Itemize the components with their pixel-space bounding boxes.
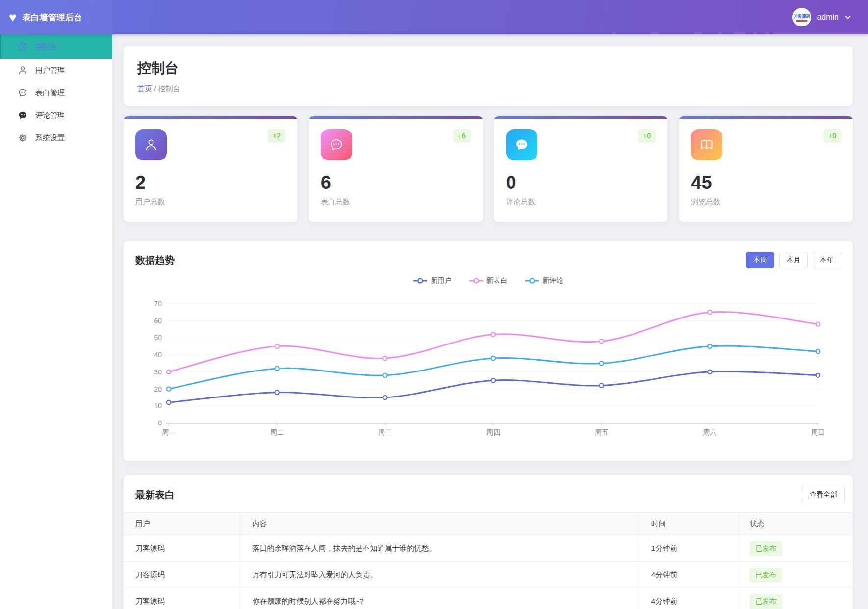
svg-text:10: 10 — [154, 402, 162, 410]
legend-item-new-users[interactable]: 新用户 — [413, 276, 452, 285]
stat-card-comments: +0 0 评论总数 — [494, 116, 668, 222]
chat-outline-icon — [18, 88, 27, 98]
svg-text:30: 30 — [154, 368, 162, 376]
chevron-down-icon — [844, 14, 851, 21]
view-all-button[interactable]: 查看全部 — [802, 486, 845, 503]
svg-text:周日: 周日 — [811, 428, 825, 436]
cell-content: 落日的余晖洒落在人间，抹去的是不知道属于谁的忧愁。 — [240, 535, 639, 562]
latest-confessions-card: 最新表白 查看全部 用户 内容 时间 状态 刀客源码 落日的余晖洒落在人间，抹去… — [124, 475, 853, 609]
gear-icon — [18, 133, 27, 143]
status-badge: 已发布 — [750, 594, 782, 609]
legend-marker — [469, 278, 483, 284]
legend-marker — [525, 278, 539, 284]
stat-delta-badge: +0 — [823, 129, 841, 143]
user-icon — [135, 129, 167, 160]
user-menu[interactable]: 刀客源码 admin — [792, 8, 868, 26]
sidebar-item-settings[interactable]: 系统设置 — [0, 127, 112, 149]
breadcrumb-home-link[interactable]: 首页 — [137, 84, 152, 93]
table-row[interactable]: 刀客源码 万有引力可无法对坠入爱河的人负责。 4分钟前 已发布 — [124, 562, 853, 588]
admin-dashboard: ♥ 表白墙管理后台 刀客源码 admin 控制台 — [0, 0, 868, 609]
cell-status: 已发布 — [738, 588, 853, 609]
svg-text:60: 60 — [154, 317, 162, 325]
stat-delta-badge: +6 — [453, 129, 471, 143]
cell-content: 万有引力可无法对坠入爱河的人负责。 — [240, 562, 639, 588]
cell-user: 刀客源码 — [124, 562, 240, 588]
trend-chart-card: 数据趋势 本周 本月 本年 新用户 — [124, 241, 853, 461]
stat-value: 2 — [135, 172, 285, 193]
sidebar-item-confessions[interactable]: 表白管理 — [0, 81, 112, 104]
sidebar-item-dashboard[interactable]: 控制台 — [0, 34, 112, 59]
cell-status: 已发布 — [738, 562, 853, 588]
svg-text:周五: 周五 — [595, 428, 609, 436]
status-badge: 已发布 — [750, 541, 782, 556]
sidebar-item-label: 控制台 — [35, 42, 57, 52]
sidebar-item-label: 表白管理 — [35, 88, 65, 98]
range-button-month[interactable]: 本月 — [779, 252, 808, 268]
stat-delta-badge: +2 — [268, 129, 285, 143]
page-title: 控制台 — [137, 59, 839, 78]
stat-label: 浏览总数 — [691, 197, 841, 207]
cell-user: 刀客源码 — [124, 535, 240, 562]
stat-card-confessions: +6 6 表白总数 — [309, 116, 483, 222]
sidebar-item-users[interactable]: 用户管理 — [0, 59, 112, 81]
chat-filled-icon — [18, 110, 27, 120]
trend-line-chart: 010203040506070周一周二周三周四周五周六周日 — [135, 285, 841, 443]
column-header-status: 状态 — [738, 513, 853, 535]
sidebar-nav: 控制台 用户管理 表白管理 评论管理 — [0, 34, 112, 609]
table-header-row: 用户 内容 时间 状态 — [124, 513, 853, 535]
stats-row: +2 2 用户总数 +6 6 表白总数 — [124, 116, 853, 222]
trend-header: 数据趋势 本周 本月 本年 — [135, 252, 841, 268]
svg-text:40: 40 — [154, 351, 162, 359]
svg-text:周三: 周三 — [378, 428, 392, 436]
stat-card-views: +0 45 浏览总数 — [679, 116, 853, 222]
legend-label: 新评论 — [543, 276, 563, 285]
svg-text:0: 0 — [158, 419, 162, 427]
latest-header: 最新表白 查看全部 — [124, 486, 853, 512]
username-label: admin — [817, 13, 839, 22]
svg-text:周六: 周六 — [703, 428, 716, 436]
book-icon — [691, 129, 722, 160]
cell-status: 已发布 — [738, 535, 853, 562]
svg-text:20: 20 — [154, 385, 162, 393]
cell-content: 你在颓废的时候别人都在努力哦~? — [240, 588, 639, 609]
svg-text:周二: 周二 — [270, 428, 284, 436]
heart-icon: ♥ — [9, 11, 16, 24]
column-header-user: 用户 — [124, 513, 240, 535]
cell-time: 1分钟前 — [639, 535, 738, 562]
cell-user: 刀客源码 — [124, 588, 240, 609]
stat-label: 表白总数 — [321, 197, 471, 207]
sidebar-item-label: 评论管理 — [35, 111, 65, 120]
svg-text:周四: 周四 — [486, 428, 500, 436]
sidebar-item-label: 用户管理 — [35, 66, 65, 75]
range-buttons: 本周 本月 本年 — [746, 252, 841, 268]
avatar-logo-text: 刀客源码 — [793, 13, 810, 19]
breadcrumb: 首页 / 控制台 — [137, 84, 839, 94]
table-row[interactable]: 刀客源码 落日的余晖洒落在人间，抹去的是不知道属于谁的忧愁。 1分钟前 已发布 — [124, 535, 853, 562]
range-button-year[interactable]: 本年 — [813, 252, 841, 268]
status-badge: 已发布 — [750, 568, 782, 583]
svg-text:周一: 周一 — [162, 428, 176, 436]
stat-card-users: +2 2 用户总数 — [124, 116, 297, 222]
stat-value: 45 — [691, 172, 841, 193]
legend-item-new-comments[interactable]: 新评论 — [525, 276, 563, 285]
stat-delta-badge: +0 — [638, 129, 656, 143]
stat-label: 评论总数 — [506, 197, 656, 207]
stat-value: 0 — [506, 172, 656, 193]
breadcrumb-current: 控制台 — [158, 84, 180, 93]
dashboard-icon — [18, 42, 27, 52]
column-header-content: 内容 — [240, 513, 639, 535]
app-title: 表白墙管理后台 — [22, 12, 82, 23]
sidebar-item-comments[interactable]: 评论管理 — [0, 104, 112, 127]
legend-label: 新表白 — [487, 276, 508, 285]
top-header: ♥ 表白墙管理后台 刀客源码 admin — [0, 0, 868, 34]
legend-item-new-confessions[interactable]: 新表白 — [469, 276, 508, 285]
legend-marker — [413, 278, 427, 284]
stat-label: 用户总数 — [135, 197, 285, 207]
range-button-week[interactable]: 本周 — [746, 252, 774, 268]
user-icon — [18, 65, 27, 75]
breadcrumb-separator: / — [154, 84, 156, 93]
svg-text:50: 50 — [154, 334, 162, 342]
avatar[interactable]: 刀客源码 — [792, 8, 811, 26]
cell-time: 4分钟前 — [639, 588, 738, 609]
table-row[interactable]: 刀客源码 你在颓废的时候别人都在努力哦~? 4分钟前 已发布 — [124, 588, 853, 609]
